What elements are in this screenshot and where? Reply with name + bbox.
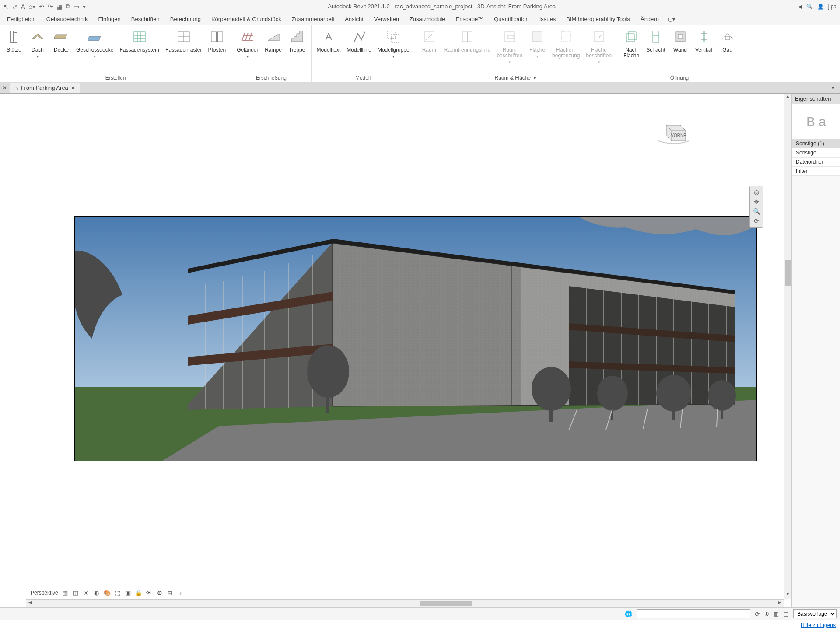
tab-zusatzmodule[interactable]: Zusatzmodule bbox=[404, 14, 451, 24]
group-label-modell: Modell bbox=[314, 74, 412, 82]
sb-sync-icon[interactable]: ⟳ bbox=[755, 610, 760, 617]
qat-thin-lines-icon[interactable]: ▦ bbox=[56, 3, 62, 10]
cmd-modelllinie[interactable]: Modelllinie bbox=[344, 27, 374, 54]
drawing-area[interactable]: VORNE ◎ ✥ 🔍 ⟳ bbox=[31, 98, 781, 603]
scroll-up-icon[interactable]: ▲ bbox=[784, 94, 791, 102]
tab-gebaeudetechnik[interactable]: Gebäudetechnik bbox=[41, 14, 93, 24]
vcb-sun-icon[interactable]: ☀ bbox=[83, 589, 90, 596]
navigation-bar: ◎ ✥ 🔍 ⟳ bbox=[749, 186, 763, 228]
tab-enscape[interactable]: Enscape™ bbox=[451, 14, 489, 24]
qat-undo-icon[interactable]: ↶ bbox=[39, 3, 44, 10]
sb-select-icon[interactable]: ▤ bbox=[783, 610, 789, 617]
qat-pointer-icon[interactable]: ↖ bbox=[4, 3, 9, 10]
qat-home-icon[interactable]: ⌂▾ bbox=[28, 3, 35, 10]
selection-info-input[interactable] bbox=[637, 609, 750, 618]
cmd-treppe[interactable]: Treppe bbox=[286, 27, 308, 54]
view-template-select[interactable]: Basisvorlage bbox=[793, 609, 836, 618]
cmd-geschossdecke[interactable]: Geschossdecke▼ bbox=[74, 27, 116, 60]
vcb-analytical-icon[interactable]: ⊞ bbox=[167, 589, 174, 596]
vcb-temp-hide-icon[interactable]: 👁 bbox=[146, 589, 153, 596]
horizontal-scrollbar[interactable]: ◀ ▶ bbox=[26, 599, 784, 607]
vcb-detail-icon[interactable]: ▦ bbox=[62, 589, 69, 596]
nav-wheel-icon[interactable]: ◎ bbox=[754, 189, 759, 196]
view-cube[interactable]: VORNE bbox=[654, 120, 693, 146]
vcb-reveal-icon[interactable]: ⚙ bbox=[156, 589, 163, 596]
worksets-icon[interactable]: 🌐 bbox=[625, 610, 632, 617]
help-link[interactable]: Hilfe zu Eigens bbox=[801, 622, 836, 628]
tab-bim-interop[interactable]: BIM Interoperability Tools bbox=[561, 14, 635, 24]
scroll-down-icon[interactable]: ▼ bbox=[784, 592, 791, 599]
vcb-visual-style-icon[interactable]: ◫ bbox=[72, 589, 79, 596]
tab-verwalten[interactable]: Verwalten bbox=[369, 14, 404, 24]
ribbon-expand-icon[interactable]: ▢▾ bbox=[668, 16, 675, 22]
cmd-modelltext[interactable]: AModelltext bbox=[314, 27, 343, 54]
cmd-pfosten[interactable]: Pfosten bbox=[205, 27, 228, 54]
vcb-lock-icon[interactable]: 🔒 bbox=[135, 589, 142, 596]
scroll-right-icon[interactable]: ▶ bbox=[776, 600, 784, 607]
cmd-rampe[interactable]: Rampe bbox=[262, 27, 285, 54]
vertical-scrollbar[interactable]: ▲ ▼ bbox=[784, 94, 791, 599]
cmd-stuetze[interactable]: Stütze bbox=[3, 27, 25, 54]
tab-issues[interactable]: Issues bbox=[534, 14, 561, 24]
qat-switch-windows-icon[interactable]: ▭ bbox=[74, 3, 79, 10]
cmd-nach-flaeche[interactable]: Nach Fläche bbox=[620, 27, 643, 60]
cmd-gelaender[interactable]: Geländer▼ bbox=[234, 27, 261, 60]
vcb-scale[interactable]: Perspektive bbox=[31, 590, 58, 596]
nav-orbit-icon[interactable]: ⟳ bbox=[754, 217, 759, 224]
tab-aendern[interactable]: Ändern bbox=[635, 14, 664, 24]
vcb-render-icon[interactable]: 🎨 bbox=[104, 589, 111, 596]
project-browser-collapsed[interactable] bbox=[0, 94, 26, 607]
props-row-filter[interactable]: Filter bbox=[792, 167, 840, 176]
nav-zoom-icon[interactable]: 🔍 bbox=[753, 208, 760, 215]
tab-einfuegen[interactable]: Einfügen bbox=[93, 14, 126, 24]
nav-pan-icon[interactable]: ✥ bbox=[754, 198, 759, 205]
qat-text-icon[interactable]: A bbox=[21, 3, 25, 10]
properties-preview[interactable]: B a bbox=[792, 104, 840, 139]
properties-type-row[interactable]: Sonstige (1) bbox=[792, 139, 840, 148]
props-row-sonstige[interactable]: Sonstige bbox=[792, 148, 840, 158]
cmd-raum: Raum bbox=[418, 27, 441, 54]
cmd-vertikal[interactable]: Vertikal bbox=[693, 27, 715, 54]
vcb-expand-icon[interactable]: ‹ bbox=[177, 589, 184, 596]
tab-beschriften[interactable]: Beschriften bbox=[126, 14, 165, 24]
cmd-decke[interactable]: Decke bbox=[50, 27, 73, 54]
cmd-dach[interactable]: Dach▼ bbox=[26, 27, 49, 60]
info-center-search-icon[interactable]: 🔍 bbox=[806, 4, 813, 10]
sb-filter-icon[interactable]: ▦ bbox=[773, 610, 779, 617]
vcb-crop-icon[interactable]: ⬚ bbox=[114, 589, 121, 596]
curtain-system-icon bbox=[131, 28, 148, 46]
column-icon bbox=[5, 28, 23, 46]
tab-zusammenarbeit[interactable]: Zusammenarbeit bbox=[287, 14, 340, 24]
cmd-gaube[interactable]: Gau bbox=[716, 27, 739, 54]
tab-menu-icon[interactable]: ▼ bbox=[829, 85, 837, 91]
tab-koerpermodell[interactable]: Körpermodell & Grundstück bbox=[206, 14, 287, 24]
scroll-thumb-h[interactable] bbox=[420, 601, 472, 606]
vcb-crop-visible-icon[interactable]: ▣ bbox=[125, 589, 132, 596]
tab-ansicht[interactable]: Ansicht bbox=[340, 14, 369, 24]
tab-fertigbeton[interactable]: Fertigbeton bbox=[2, 14, 41, 24]
tab-quantification[interactable]: Quantification bbox=[489, 14, 534, 24]
app-title: Autodesk Revit 2021.1.2 - rac_advanced_s… bbox=[86, 3, 798, 10]
scroll-thumb-v[interactable] bbox=[785, 260, 791, 286]
cmd-schacht[interactable]: Schacht bbox=[644, 27, 668, 54]
user-icon[interactable]: 👤 bbox=[817, 4, 824, 10]
group-label-raum-flaeche[interactable]: Raum & Fläche ▼ bbox=[418, 74, 615, 82]
props-row-dateiordner[interactable]: Dateiordner bbox=[792, 158, 840, 167]
tab-close-left-icon[interactable]: ✕ bbox=[3, 85, 7, 91]
cmd-fassadensystem[interactable]: Fassadensystem bbox=[117, 27, 162, 54]
cmd-modellgruppe[interactable]: Modellgruppe▼ bbox=[375, 27, 412, 60]
qat-redo-icon[interactable]: ↷ bbox=[48, 3, 53, 10]
tab-berechnung[interactable]: Berechnung bbox=[165, 14, 206, 24]
user-name[interactable]: j.pa bbox=[828, 4, 836, 10]
cmd-wand[interactable]: Wand bbox=[669, 27, 692, 54]
info-center-back-icon[interactable]: ◀ bbox=[798, 4, 802, 10]
qat-dropdown-icon[interactable]: ▾ bbox=[83, 3, 86, 10]
qat-close-hidden-icon[interactable]: ⧉ bbox=[66, 3, 70, 10]
cmd-fassadenraster[interactable]: Fassadenraster bbox=[163, 27, 204, 54]
view-canvas[interactable]: VORNE ◎ ✥ 🔍 ⟳ Perspektive ▦ ◫ ☀ ◐ 🎨 ⬚ ▣ … bbox=[26, 94, 792, 607]
view-tab-close-icon[interactable]: ✕ bbox=[71, 85, 75, 91]
qat-measure-icon[interactable]: ⤢ bbox=[12, 3, 18, 10]
scroll-left-icon[interactable]: ◀ bbox=[26, 600, 34, 607]
view-tab-from-parking[interactable]: ⌂ From Parking Area ✕ bbox=[10, 83, 80, 93]
vcb-shadows-icon[interactable]: ◐ bbox=[93, 589, 100, 596]
